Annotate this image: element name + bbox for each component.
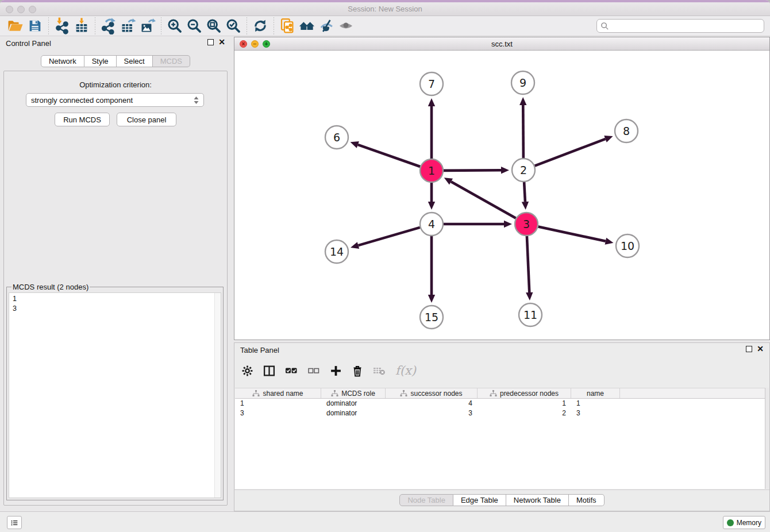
close-panel-button[interactable]: Close panel <box>117 113 176 126</box>
delete-column-trash-icon[interactable] <box>352 362 363 379</box>
table-cell: dominator <box>321 399 386 408</box>
add-column-icon[interactable] <box>330 362 342 379</box>
table-tab-edge-table[interactable]: Edge Table <box>453 494 506 506</box>
float-table-panel-icon[interactable] <box>746 346 752 352</box>
graph-node-label: 3 <box>523 218 530 230</box>
maximize-window-icon[interactable] <box>29 6 36 13</box>
export-image-icon[interactable] <box>138 17 157 34</box>
table-tab-motifs[interactable]: Motifs <box>569 494 605 506</box>
control-panel-header: Control Panel <box>0 36 231 51</box>
graph-node-label: 8 <box>623 125 630 137</box>
minimize-network-icon[interactable]: − <box>251 40 259 48</box>
tab-select[interactable]: Select <box>117 55 153 67</box>
column-label: shared name <box>263 390 303 398</box>
show-graphics-details-icon[interactable] <box>336 17 356 34</box>
graph-edge-3-1[interactable] <box>451 182 516 218</box>
import-table-icon[interactable] <box>72 17 91 34</box>
cyndex-browser-icon[interactable] <box>297 17 317 34</box>
column-label: successor nodes <box>410 390 462 398</box>
save-session-icon[interactable] <box>25 17 45 34</box>
toggle-panel-columns-icon[interactable] <box>263 362 275 379</box>
open-file-icon[interactable] <box>6 17 25 34</box>
refresh-view-icon[interactable] <box>251 17 270 34</box>
table-cell: 2 <box>478 408 571 418</box>
deselect-all-icon[interactable] <box>307 362 320 379</box>
graph-node-label: 14 <box>330 245 344 258</box>
graph-edge-arrowhead <box>428 295 435 303</box>
window-titlebar: Session: New Session <box>0 2 770 16</box>
fit-content-icon[interactable] <box>204 17 224 34</box>
graph-edge-2-3[interactable] <box>524 182 525 202</box>
table-cell: dominator <box>321 408 386 418</box>
column-header-name[interactable]: name <box>571 388 620 398</box>
graph-node-label: 6 <box>333 131 340 144</box>
graph-edge-1-2[interactable] <box>444 170 501 171</box>
network-canvas[interactable]: 7968124314101511 <box>234 51 769 340</box>
run-mcds-button[interactable]: Run MCDS <box>55 113 110 126</box>
graph-edge-arrowhead <box>501 167 509 174</box>
result-scrollbar[interactable] <box>214 293 221 498</box>
graph-edge-2-8[interactable] <box>535 139 606 166</box>
select-all-icon[interactable] <box>285 362 298 379</box>
mcds-result-textarea[interactable]: 1 3 <box>9 292 221 498</box>
select-stepper-icon <box>194 97 199 104</box>
node-table: shared nameMCDS rolesuccessor nodesprede… <box>235 388 769 489</box>
application-window: Session: New Session <box>0 0 770 532</box>
graph-edge-3-11[interactable] <box>527 236 529 292</box>
window-controls[interactable] <box>6 5 40 16</box>
graph-edge-1-6[interactable] <box>358 145 420 167</box>
optimization-criterion-select[interactable]: strongly connected component <box>26 93 204 107</box>
memory-button[interactable]: Memory <box>723 516 765 529</box>
column-header-successor-nodes[interactable]: successor nodes <box>386 388 478 398</box>
graph-edge-2-9[interactable] <box>523 105 523 158</box>
mcds-result-title: MCDS result (2 nodes) <box>11 283 90 291</box>
memory-status-icon <box>727 519 734 526</box>
search-input[interactable] <box>609 21 760 31</box>
network-window-controls[interactable]: × − + <box>240 40 270 48</box>
zoom-out-icon[interactable] <box>184 17 204 34</box>
graph-edge-4-14[interactable] <box>358 228 419 245</box>
table-scrollbar[interactable] <box>765 388 769 489</box>
close-window-icon[interactable] <box>6 6 13 13</box>
column-header-predecessor-nodes[interactable]: predecessor nodes <box>478 388 571 398</box>
minimize-window-icon[interactable] <box>17 6 25 13</box>
import-network-icon[interactable] <box>52 17 72 34</box>
copy-network-icon[interactable] <box>278 17 297 34</box>
attribute-type-icon <box>400 390 407 397</box>
attribute-type-icon <box>252 390 260 397</box>
column-header-MCDS-role[interactable]: MCDS role <box>321 388 386 398</box>
graph-edge-arrowhead <box>605 238 614 245</box>
table-cell: 3 <box>235 408 321 418</box>
table-panel: Table Panel ✕ <box>234 342 770 511</box>
network-window-title: scc.txt <box>234 37 769 51</box>
export-network-icon[interactable] <box>99 17 118 34</box>
close-table-panel-icon[interactable]: ✕ <box>757 346 764 352</box>
task-history-button[interactable] <box>7 516 22 529</box>
graph-edge-3-10[interactable] <box>538 226 606 241</box>
search-field[interactable] <box>596 19 764 33</box>
control-panel-tabs: NetworkStyleSelectMCDS <box>0 55 231 67</box>
graph-node-label: 2 <box>520 164 527 176</box>
zoom-selected-icon[interactable] <box>224 17 243 34</box>
toolbar-separator <box>161 17 161 34</box>
graph-edge-arrowhead <box>351 141 359 148</box>
hide-graphics-details-icon[interactable] <box>317 17 336 34</box>
selected-option: strongly connected component <box>31 96 133 105</box>
tab-style[interactable]: Style <box>84 55 117 67</box>
table-tab-network-table[interactable]: Network Table <box>506 494 569 506</box>
column-header-shared-name[interactable]: shared name <box>235 388 321 398</box>
column-label: MCDS role <box>341 390 375 398</box>
table-row[interactable]: 3dominator323 <box>235 408 769 418</box>
tab-mcds[interactable]: MCDS <box>153 55 190 67</box>
tab-network[interactable]: Network <box>41 55 84 67</box>
float-panel-icon[interactable] <box>207 39 214 45</box>
table-row[interactable]: 1dominator411 <box>235 399 769 408</box>
graph-node-label: 9 <box>519 76 526 89</box>
close-panel-icon[interactable]: ✕ <box>218 39 225 45</box>
close-network-icon[interactable]: × <box>240 40 247 48</box>
export-table-icon[interactable] <box>118 17 138 34</box>
maximize-network-icon[interactable]: + <box>263 40 270 48</box>
zoom-in-icon[interactable] <box>165 17 184 34</box>
table-tab-node-table[interactable]: Node Table <box>399 494 453 506</box>
column-settings-gear-icon[interactable] <box>241 362 253 379</box>
